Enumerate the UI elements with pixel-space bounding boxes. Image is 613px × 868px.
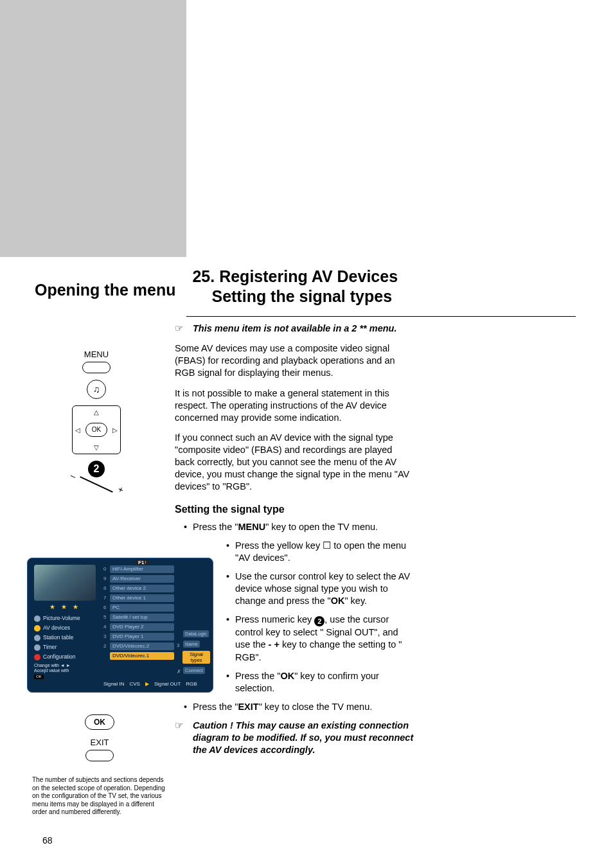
- tv-menu-left-item: Picture-Volume: [34, 614, 101, 623]
- menu-key-icon: [82, 362, 111, 373]
- tv-menu-screenshot: ★ ★ ★ F1↑ Picture-VolumeAV devicesStatio…: [27, 558, 213, 693]
- step-6: Press the "EXIT" key to close the TV men…: [184, 701, 414, 713]
- tv-menu-options-list: DataLogic3NameSignal types✗Connect: [177, 630, 210, 677]
- header-rule: [186, 316, 576, 317]
- cursor-dpad-icon: △ ◁ ▷ ▽ OK: [72, 405, 121, 454]
- tv-menu-option-item: 3Name: [177, 641, 210, 650]
- menu-key-label: MENU: [32, 350, 161, 359]
- tv-menu-device-item: 4DVD Player 2: [103, 623, 174, 632]
- arrow-right-icon: ▶: [145, 681, 149, 687]
- step-4-number-icon: 2: [314, 616, 324, 626]
- step-5: Press the "OK" key to confirm your selec…: [226, 670, 414, 695]
- pointing-hand-icon: ☞: [175, 720, 183, 732]
- chapter-title-line1: 25. Registering AV Devices: [192, 267, 398, 287]
- triangle-down-icon: ▽: [94, 444, 99, 451]
- chapter-title-line2: Setting the signal types: [192, 287, 398, 306]
- paragraph-2: It is not possible to make a general sta…: [175, 387, 414, 424]
- plus-minus-key-icon: [80, 476, 113, 492]
- tv-menu-option-item: Signal types: [177, 651, 210, 666]
- tv-menu-preview-thumbnail: [34, 565, 96, 601]
- note-top-text: This menu item is not available in a 2 *…: [193, 323, 396, 333]
- caution-note: ☞ Caution ! This may cause an existing c…: [175, 720, 414, 756]
- footnote-text: The number of subjects and sections depe…: [32, 776, 167, 817]
- tv-menu-left-item: Configuration: [34, 652, 101, 662]
- page-number: 68: [42, 835, 53, 846]
- opening-the-menu-title: Opening the menu: [35, 267, 175, 299]
- tv-menu-left-item: Station table: [34, 633, 101, 642]
- ok-key-icon: OK: [85, 714, 114, 730]
- tv-menu-device-item: DVD/Videorec.1: [103, 651, 174, 660]
- tv-menu-device-item: 6PC: [103, 603, 174, 612]
- remote-diagram: MENU ♫ △ ◁ ▷ ▽ OK 2: [32, 347, 161, 490]
- tv-menu-left-item: Timer: [34, 642, 101, 652]
- tv-menu-signal-row: Signal IN CVS ▶ Signal OUT RGB: [103, 681, 197, 687]
- tv-menu-option-item: ✗Connect: [177, 667, 210, 676]
- tv-menu-device-item: 8Other device 2: [103, 584, 174, 593]
- tv-menu-device-item: 5Satellit / set top: [103, 613, 174, 622]
- tv-menu-left-list: Picture-VolumeAV devicesStation tableTim…: [34, 614, 101, 662]
- tv-menu-device-item: 7Other device 1: [103, 594, 174, 603]
- exit-key-icon: [85, 750, 114, 761]
- note-top: ☞ This menu item is not available in a 2…: [175, 323, 414, 335]
- tv-menu-device-item: 0HiFi-Amplifier: [103, 565, 174, 574]
- tv-menu-hints: Change with ◄ ► Accept value with OK: [34, 663, 71, 679]
- tv-menu-stars: ★ ★ ★: [34, 603, 96, 612]
- triangle-left-icon: ◁: [75, 427, 80, 434]
- tv-menu-option-item: DataLogic: [177, 630, 210, 639]
- triangle-up-icon: △: [94, 409, 99, 416]
- subheading-setting-signal-type: Setting the signal type: [175, 502, 414, 516]
- numeric-2-key-icon: 2: [88, 461, 105, 477]
- paragraph-3: If you connect such an AV device with th…: [175, 432, 414, 493]
- tv-menu-device-item: 3DVD Player 1: [103, 632, 174, 641]
- triangle-right-icon: ▷: [112, 427, 118, 434]
- exit-key-label: EXIT: [64, 738, 135, 747]
- ok-exit-block: OK EXIT: [64, 705, 135, 768]
- yellow-music-key-icon: ♫: [87, 380, 106, 399]
- step-1: Press the "MENU" key to open the TV menu…: [184, 521, 414, 533]
- caution-text: Caution ! This may cause an existing con…: [193, 720, 413, 755]
- step-3: Use the cursor control key to select the…: [226, 571, 414, 607]
- tv-menu-device-item: 2DVD/Videorec.2: [103, 642, 174, 651]
- page-header: Opening the menu 25. Registering AV Devi…: [35, 267, 578, 314]
- paragraph-1: Some AV devices may use a composite vide…: [175, 342, 414, 379]
- tv-menu-device-list: 0HiFi-Amplifier9AV-Receiver8Other device…: [103, 565, 174, 661]
- step-2: Press the yellow key ☐ to open the menu …: [226, 540, 414, 564]
- dpad-ok-label: OK: [85, 423, 107, 437]
- header-gray-block: [0, 0, 186, 257]
- tv-menu-device-item: 9AV-Receiver: [103, 574, 174, 583]
- step-4: Press numeric key 2, use the cursor cont…: [226, 614, 414, 663]
- tv-menu-left-item: AV devices: [34, 623, 101, 633]
- main-text-column: ☞ This menu item is not available in a 2…: [175, 323, 414, 764]
- pointing-hand-icon: ☞: [175, 323, 183, 335]
